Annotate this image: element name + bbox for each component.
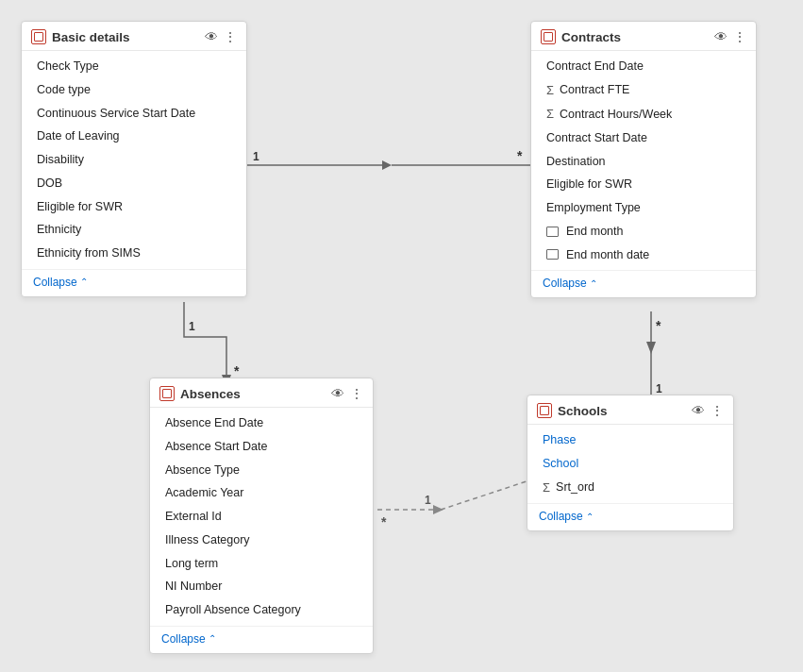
field-label: DOB	[37, 175, 62, 193]
eye-icon[interactable]: 👁	[331, 386, 344, 401]
header-actions: 👁 ⋮	[714, 29, 746, 44]
field-label: Srt_ord	[556, 479, 594, 496]
field-label: Contract End Date	[546, 58, 644, 76]
field-label: End month	[566, 223, 623, 241]
list-item: Payroll Absence Category	[150, 598, 373, 622]
collapse-link[interactable]: Collapse ⌃	[543, 277, 744, 290]
field-label: Contract Hours/Week	[560, 106, 672, 124]
field-label: Academic Year	[165, 484, 243, 502]
collapse-link[interactable]: Collapse ⌃	[33, 276, 235, 289]
contracts-footer: Collapse ⌃	[531, 270, 756, 297]
field-label: School	[543, 455, 578, 473]
field-label: Employment Type	[546, 199, 641, 217]
list-item: Absence Type	[150, 459, 373, 482]
field-label: Destination	[546, 153, 606, 171]
list-item: Check Type	[22, 55, 246, 78]
basic-details-card: Basic details 👁 ⋮ Check TypeCode typeCon…	[21, 21, 247, 297]
field-label: Phase	[543, 431, 576, 449]
field-label: NI Number	[165, 578, 222, 596]
field-label: Eligible for SWR	[37, 198, 123, 216]
svg-marker-9	[646, 342, 656, 354]
field-label: Eligible for SWR	[546, 176, 632, 193]
field-label: Code type	[37, 81, 91, 99]
list-item: End month	[531, 220, 756, 244]
list-item: ΣContract FTE	[531, 78, 756, 103]
list-item: Contract End Date	[531, 55, 756, 78]
schools-header: Schools 👁 ⋮	[527, 395, 733, 425]
field-label: Continuous Service Start Date	[37, 105, 195, 123]
canvas: 1 * 1 * * 1 1 * Basic details	[0, 0, 803, 672]
svg-text:*: *	[234, 363, 240, 378]
eye-icon[interactable]: 👁	[205, 29, 218, 44]
calendar-icon	[546, 249, 559, 260]
collapse-link[interactable]: Collapse ⌃	[539, 510, 722, 523]
field-label: Ethnicity	[37, 221, 81, 239]
list-item: ΣSrt_ord	[527, 476, 733, 500]
schools-title: Schools	[558, 404, 686, 418]
svg-text:*: *	[517, 148, 523, 163]
list-item: Eligible for SWR	[22, 195, 246, 219]
more-icon[interactable]: ⋮	[711, 403, 724, 418]
eye-icon[interactable]: 👁	[714, 29, 728, 44]
absences-fields: Absence End DateAbsence Start DateAbsenc…	[150, 408, 373, 622]
more-icon[interactable]: ⋮	[733, 29, 746, 44]
collapse-link[interactable]: Collapse ⌃	[161, 632, 361, 646]
absences-footer: Collapse ⌃	[150, 626, 373, 653]
contracts-card: Contracts 👁 ⋮ Contract End DateΣContract…	[530, 21, 757, 298]
field-label: External Id	[165, 508, 222, 526]
schools-fields: PhaseSchoolΣSrt_ord	[527, 425, 733, 499]
svg-text:*: *	[656, 318, 661, 333]
list-item: Destination	[531, 150, 756, 174]
contracts-fields: Contract End DateΣContract FTEΣContract …	[531, 51, 756, 266]
field-label: Absence Start Date	[165, 438, 267, 456]
sigma-icon: Σ	[543, 479, 550, 497]
list-item: Academic Year	[150, 481, 373, 505]
table-icon	[31, 29, 46, 44]
calendar-icon	[546, 227, 559, 237]
table-icon	[159, 386, 175, 401]
field-label: Illness Category	[165, 531, 250, 549]
field-label: Contract FTE	[560, 81, 629, 99]
list-item: Contract Start Date	[531, 126, 756, 150]
field-label: Ethnicity from SIMS	[37, 244, 141, 262]
list-item: NI Number	[150, 575, 373, 598]
field-label: Absence Type	[165, 462, 240, 479]
svg-line-15	[441, 481, 527, 510]
table-icon	[541, 29, 556, 44]
field-label: Check Type	[37, 58, 99, 76]
absences-card: Absences 👁 ⋮ Absence End DateAbsence Sta…	[149, 378, 374, 654]
list-item: Illness Category	[150, 529, 373, 552]
svg-marker-14	[433, 505, 443, 514]
list-item: Ethnicity	[22, 218, 246, 242]
basic-details-title: Basic details	[52, 30, 199, 44]
field-label: Date of Leaving	[37, 127, 120, 145]
list-item: Code type	[22, 78, 246, 102]
eye-icon[interactable]: 👁	[692, 403, 705, 418]
schools-card: Schools 👁 ⋮ PhaseSchoolΣSrt_ord Collapse…	[527, 395, 734, 531]
more-icon[interactable]: ⋮	[224, 29, 237, 44]
field-label: Absence End Date	[165, 414, 263, 432]
list-item: ΣContract Hours/Week	[531, 102, 756, 126]
svg-text:1: 1	[425, 494, 431, 507]
header-actions: 👁 ⋮	[331, 386, 363, 401]
more-icon[interactable]: ⋮	[350, 386, 363, 401]
sigma-icon: Σ	[546, 105, 554, 124]
header-actions: 👁 ⋮	[205, 29, 237, 44]
absences-header: Absences 👁 ⋮	[150, 378, 373, 408]
sigma-icon: Σ	[546, 81, 554, 100]
contracts-header: Contracts 👁 ⋮	[531, 22, 756, 51]
list-item: Eligible for SWR	[531, 173, 756, 196]
list-item: Absence Start Date	[150, 435, 373, 459]
list-item: Absence End Date	[150, 412, 373, 435]
basic-details-header: Basic details 👁 ⋮	[22, 22, 246, 51]
list-item: End month date	[531, 244, 756, 267]
list-item: School	[527, 452, 733, 476]
field-label: Long term	[165, 555, 218, 573]
list-item: External Id	[150, 505, 373, 529]
svg-marker-1	[382, 160, 392, 170]
list-item: Disability	[22, 148, 246, 172]
svg-text:1: 1	[656, 382, 662, 395]
header-actions: 👁 ⋮	[692, 403, 724, 418]
svg-text:1: 1	[253, 150, 259, 163]
svg-text:1: 1	[189, 320, 195, 333]
